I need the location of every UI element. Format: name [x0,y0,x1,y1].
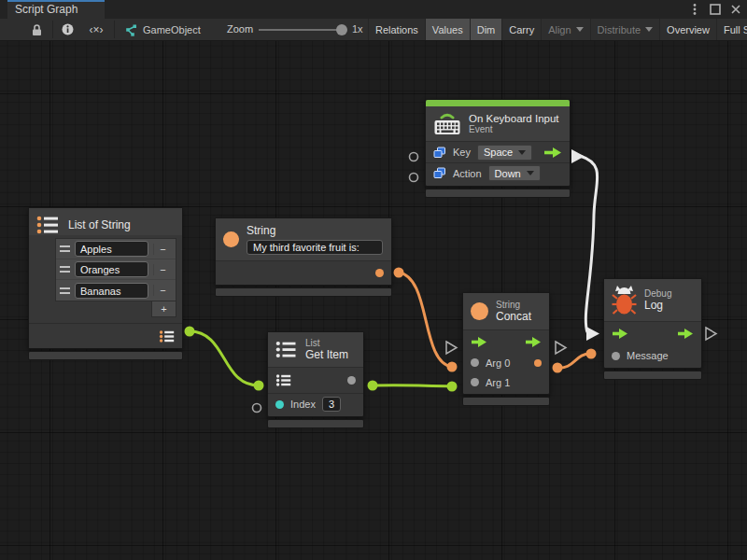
list-editor: Apples − Oranges − Bananas − [55,238,176,317]
message-row: Message [604,345,701,366]
flow-in-arrow-icon[interactable] [612,328,628,340]
menu-icon[interactable] [687,2,702,17]
node-debug-log[interactable]: Debug Log Message [603,278,702,380]
remove-item-button[interactable]: − [153,264,172,275]
list-item-field[interactable]: Bananas [75,283,148,299]
add-item-button[interactable]: + [151,301,176,317]
arg1-row: Arg 1 [463,372,549,392]
node-title: On Keyboard Input [469,113,559,124]
graph-canvas[interactable]: On Keyboard Input Event Key Space [0,41,747,560]
action-value: Down [495,168,521,179]
script-graph-window: Script Graph ‹×› [0,0,747,560]
align-dropdown[interactable]: Align [541,19,589,40]
zoom-value: 1x [352,23,363,35]
tab-script-graph[interactable]: Script Graph [7,0,105,19]
arg0-label: Arg 0 [486,357,510,369]
int-type-icon [275,400,284,409]
chevron-down-icon [576,27,584,32]
remove-item-button[interactable]: − [153,244,172,255]
info-icon[interactable] [54,19,80,40]
node-group: List [305,338,348,348]
code-icon[interactable]: ‹×› [82,19,110,40]
maximize-icon[interactable] [708,2,723,17]
string-type-icon [223,231,239,247]
keyboard-icon [433,111,461,135]
values-button[interactable]: Values [425,19,470,40]
message-label: Message [627,350,669,361]
dim-label: Dim [477,24,496,35]
align-label: Align [548,24,571,35]
key-value: Space [484,147,513,158]
string-output-port[interactable] [375,269,384,277]
zoom-slider-track[interactable] [259,29,345,31]
list-icon [159,329,175,343]
tab-bar: Script Graph [0,0,747,19]
node-title: String [247,224,383,237]
node-footer [603,371,702,380]
key-port-row: Key Space [426,141,570,162]
node-footer [462,397,550,406]
node-get-item[interactable]: List Get Item Index 3 [267,331,364,428]
dim-button[interactable]: Dim [470,19,502,40]
toolbar-separator [52,21,53,38]
drag-handle-icon[interactable] [60,245,70,252]
node-concat[interactable]: String Concat Arg 0 [462,292,550,406]
chevron-down-icon [518,150,526,155]
fullscreen-label: Full Scre [724,24,747,35]
index-input-row: Index 3 [268,393,363,414]
drag-handle-icon[interactable] [60,287,70,294]
node-footer [267,419,364,428]
list-output-row [29,323,182,348]
action-dropdown[interactable]: Down [488,165,541,181]
enum-icon [433,167,446,179]
graph-toolbar: ‹×› GameObject Zoom 1x Relations Values … [0,19,747,41]
overview-button[interactable]: Overview [659,19,716,40]
object-type-icon [612,352,620,360]
item-output-port[interactable] [347,376,356,385]
gameobject-reference[interactable]: GameObject [123,19,201,40]
flow-in-arrow-icon[interactable] [471,336,487,348]
object-type-icon [471,378,479,386]
chevron-down-icon [527,171,534,175]
index-label: Index [290,399,316,410]
fullscreen-button[interactable]: Full Scre [716,19,747,40]
chevron-down-icon [645,27,653,32]
carry-button[interactable]: Carry [501,19,541,40]
flow-row [604,321,701,345]
overview-label: Overview [667,24,710,35]
node-subtitle: Event [469,124,559,134]
node-title: Concat [496,310,531,323]
list-icon [275,373,291,387]
flow-out-arrow-icon[interactable] [525,336,542,348]
arg0-row: Arg 0 [463,353,549,372]
flow-out-arrow-icon[interactable] [677,328,694,340]
remove-item-button[interactable]: − [153,285,172,296]
key-dropdown[interactable]: Space [477,145,532,161]
result-output-port[interactable] [534,359,542,367]
window-controls [687,2,743,17]
action-port-row: Action Down [426,162,570,183]
node-footer [425,189,571,198]
toolbar-toggle-group: Relations Values Dim Carry Align Distrib… [368,19,747,40]
node-on-keyboard-input[interactable]: On Keyboard Input Event Key Space [425,99,571,198]
lock-icon[interactable] [22,19,50,40]
index-field[interactable]: 3 [322,397,341,412]
toolbar-separator [114,21,115,38]
flow-arrow-icon[interactable] [543,147,562,159]
node-group: Debug [644,288,671,299]
gameobject-icon [123,23,137,36]
list-item-field[interactable]: Oranges [75,261,148,277]
list-item-row: Bananas − [56,280,176,301]
drag-handle-icon[interactable] [60,266,70,273]
distribute-label: Distribute [598,24,641,35]
node-string-literal[interactable]: String My third favorite fruit is: [215,217,392,297]
relations-button[interactable]: Relations [368,19,425,40]
list-item-field[interactable]: Apples [75,241,148,257]
distribute-dropdown[interactable]: Distribute [590,19,659,40]
string-value-field[interactable]: My third favorite fruit is: [247,240,383,255]
flow-row [463,329,549,353]
zoom-slider-handle[interactable] [336,24,347,35]
close-icon[interactable] [728,2,743,17]
bug-icon [612,285,637,315]
node-list-of-string[interactable]: List of String Apples − Oranges − [28,207,183,360]
